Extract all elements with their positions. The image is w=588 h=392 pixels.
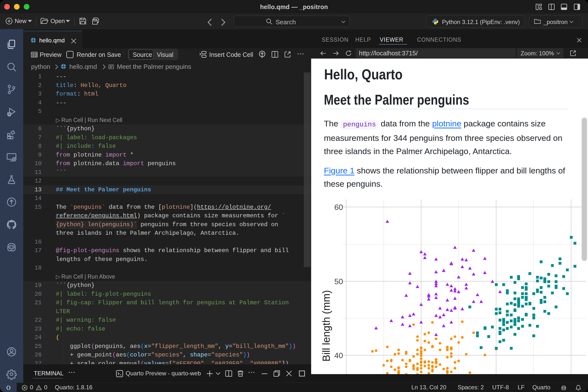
svg-text:60: 60 [334,203,343,212]
svg-text:Bill length (mm): Bill length (mm) [320,290,332,362]
svg-text:40: 40 [334,351,343,360]
svg-text:50: 50 [334,277,343,286]
